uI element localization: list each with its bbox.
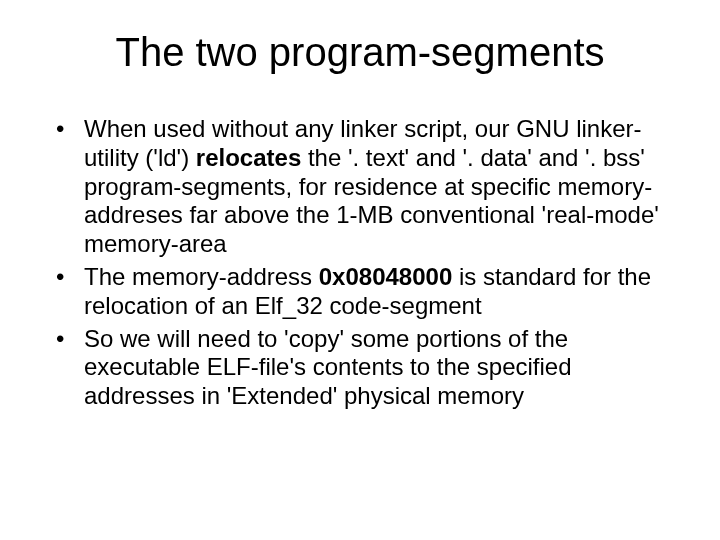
bullet-text-pre: The memory-address: [84, 263, 319, 290]
bullet-text-pre: So we will need to 'copy' some portions …: [84, 325, 572, 410]
list-item: When used without any linker script, our…: [50, 115, 670, 259]
slide-title: The two program-segments: [50, 30, 670, 75]
bullet-list: When used without any linker script, our…: [50, 115, 670, 411]
list-item: So we will need to 'copy' some portions …: [50, 325, 670, 411]
list-item: The memory-address 0x08048000 is standar…: [50, 263, 670, 321]
bullet-text-bold: 0x08048000: [319, 263, 452, 290]
bullet-text-bold: relocates: [196, 144, 301, 171]
slide: The two program-segments When used witho…: [0, 0, 720, 540]
